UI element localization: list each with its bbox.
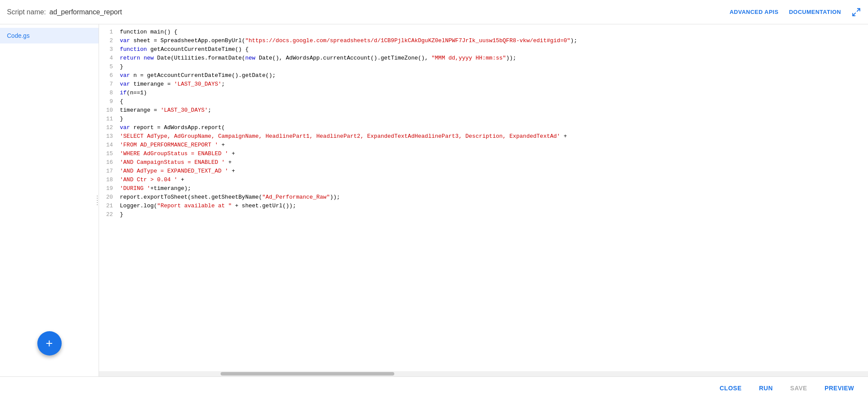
line-content: 'AND Ctr > 0.04 ' + xyxy=(120,176,868,184)
sidebar-item-code-gs[interactable]: Code.gs xyxy=(0,28,99,43)
line-number: 19 xyxy=(99,184,120,193)
table-row: 6 var n = getAccountCurrentDateTime().ge… xyxy=(99,71,868,80)
line-content: function main() { xyxy=(120,28,868,37)
line-number: 6 xyxy=(99,71,120,80)
line-content: 'DURING '+timerange); xyxy=(120,184,868,193)
line-number: 20 xyxy=(99,193,120,202)
editor-container: 1function main() {2 var sheet = Spreadsh… xyxy=(99,24,868,376)
table-row: 5 } xyxy=(99,63,868,71)
table-row: 9 { xyxy=(99,97,868,106)
svg-line-1 xyxy=(853,13,855,15)
line-content: var n = getAccountCurrentDateTime().getD… xyxy=(120,71,868,80)
line-content: 'SELECT AdType, AdGroupName, CampaignNam… xyxy=(120,132,868,141)
line-number: 18 xyxy=(99,176,120,184)
table-row: 4 return new Date(Utilities.formatDate(n… xyxy=(99,54,868,63)
table-row: 16 'AND CampaignStatus = ENABLED ' + xyxy=(99,158,868,167)
line-number: 2 xyxy=(99,37,120,45)
table-row: 7 var timerange = 'LAST_30_DAYS'; xyxy=(99,80,868,89)
line-content: var sheet = SpreadsheetApp.openByUrl("ht… xyxy=(120,37,868,45)
script-name-label: Script name: xyxy=(7,8,46,16)
line-number: 12 xyxy=(99,123,120,132)
save-button[interactable]: SAVE xyxy=(785,382,812,394)
table-row: 20 report.exportToSheet(sheet.getSheetBy… xyxy=(99,193,868,202)
script-name-value: ad_performance_report xyxy=(50,8,122,16)
header-right: ADVANCED APIS DOCUMENTATION xyxy=(729,7,861,17)
line-number: 10 xyxy=(99,106,120,115)
sidebar: Code.gs + xyxy=(0,24,99,376)
line-number: 16 xyxy=(99,158,120,167)
table-row: 1function main() { xyxy=(99,28,868,37)
table-row: 13 'SELECT AdType, AdGroupName, Campaign… xyxy=(99,132,868,141)
line-number: 9 xyxy=(99,97,120,106)
line-number: 5 xyxy=(99,63,120,71)
line-content: { xyxy=(120,97,868,106)
line-number: 7 xyxy=(99,80,120,89)
line-number: 15 xyxy=(99,150,120,158)
line-number: 14 xyxy=(99,141,120,150)
table-row: 22} xyxy=(99,210,868,219)
line-number: 3 xyxy=(99,45,120,54)
code-area[interactable]: 1function main() {2 var sheet = Spreadsh… xyxy=(99,24,868,371)
line-content: 'AND CampaignStatus = ENABLED ' + xyxy=(120,158,868,167)
line-number: 8 xyxy=(99,89,120,97)
table-row: 3 function getAccountCurrentDateTime() { xyxy=(99,45,868,54)
svg-line-0 xyxy=(857,8,860,11)
table-row: 17 'AND AdType = EXPANDED_TEXT_AD ' + xyxy=(99,167,868,176)
header-left: Script name: ad_performance_report xyxy=(7,8,122,16)
line-content: } xyxy=(120,210,868,219)
line-content: 'FROM AD_PERFORMANCE_REPORT ' + xyxy=(120,141,868,150)
preview-button[interactable]: PREVIEW xyxy=(819,382,859,394)
add-file-button[interactable]: + xyxy=(37,331,62,356)
scrollbar-thumb[interactable] xyxy=(221,372,394,376)
footer: CLOSE RUN SAVE PREVIEW xyxy=(0,376,868,399)
line-content: timerange = 'LAST_30_DAYS'; xyxy=(120,106,868,115)
line-content: Logger.log("Report available at " + shee… xyxy=(120,202,868,210)
line-number: 21 xyxy=(99,202,120,210)
table-row: 14 'FROM AD_PERFORMANCE_REPORT ' + xyxy=(99,141,868,150)
line-content: var timerange = 'LAST_30_DAYS'; xyxy=(120,80,868,89)
line-number: 17 xyxy=(99,167,120,176)
table-row: 15 'WHERE AdGroupStatus = ENABLED ' + xyxy=(99,150,868,158)
table-row: 21 Logger.log("Report available at " + s… xyxy=(99,202,868,210)
line-content: if(n==1) xyxy=(120,89,868,97)
line-number: 11 xyxy=(99,115,120,123)
drag-handle[interactable] xyxy=(96,192,99,209)
line-content: } xyxy=(120,63,868,71)
line-content: var report = AdWordsApp.report( xyxy=(120,123,868,132)
table-row: 2 var sheet = SpreadsheetApp.openByUrl("… xyxy=(99,37,868,45)
line-content: 'AND AdType = EXPANDED_TEXT_AD ' + xyxy=(120,167,868,176)
run-button[interactable]: RUN xyxy=(754,382,778,394)
line-number: 1 xyxy=(99,28,120,37)
line-content: 'WHERE AdGroupStatus = ENABLED ' + xyxy=(120,150,868,158)
table-row: 8 if(n==1) xyxy=(99,89,868,97)
documentation-link[interactable]: DOCUMENTATION xyxy=(789,9,841,15)
table-row: 12 var report = AdWordsApp.report( xyxy=(99,123,868,132)
main: Code.gs + 1function main() {2 var sheet … xyxy=(0,24,868,376)
table-row: 11 } xyxy=(99,115,868,123)
horizontal-scrollbar[interactable] xyxy=(99,371,868,376)
header: Script name: ad_performance_report ADVAN… xyxy=(0,0,868,24)
table-row: 10 timerange = 'LAST_30_DAYS'; xyxy=(99,106,868,115)
line-content: function getAccountCurrentDateTime() { xyxy=(120,45,868,54)
advanced-apis-link[interactable]: ADVANCED APIS xyxy=(729,9,779,15)
line-number: 13 xyxy=(99,132,120,141)
close-button[interactable]: CLOSE xyxy=(714,382,747,394)
line-content: return new Date(Utilities.formatDate(new… xyxy=(120,54,868,63)
line-number: 22 xyxy=(99,210,120,219)
table-row: 18 'AND Ctr > 0.04 ' + xyxy=(99,176,868,184)
table-row: 19 'DURING '+timerange); xyxy=(99,184,868,193)
line-number: 4 xyxy=(99,54,120,63)
expand-icon[interactable] xyxy=(851,7,861,17)
line-content: } xyxy=(120,115,868,123)
line-content: report.exportToSheet(sheet.getSheetByNam… xyxy=(120,193,868,202)
